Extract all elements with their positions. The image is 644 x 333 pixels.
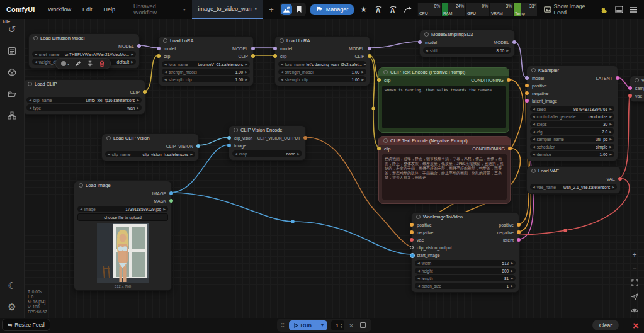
collapse-dot[interactable]: [163, 38, 167, 43]
upload-button[interactable]: choose file to upload: [77, 213, 168, 221]
collapse-dot[interactable]: [106, 136, 111, 140]
input-slot-vae[interactable]: [410, 238, 414, 242]
output-slot-latent[interactable]: [517, 238, 521, 242]
output-slot-clip-vision-output[interactable]: [303, 136, 307, 140]
decrement-icon[interactable]: ◀: [533, 107, 535, 111]
input-slot-negative[interactable]: [410, 230, 414, 234]
fit-view-icon[interactable]: [630, 278, 639, 287]
decrement-icon[interactable]: ◀: [281, 70, 283, 74]
decrement-icon[interactable]: ◀: [533, 185, 535, 189]
decrement-icon[interactable]: ◀: [533, 152, 535, 156]
decrement-icon[interactable]: ◀: [533, 145, 535, 149]
node-canvas[interactable]: Idle T: 0.00sI: 0 N: 16 [14]V: 108 FPS:6…: [0, 0, 644, 333]
node-load-lora-2[interactable]: Load LoRA model MODEL clip CLIP ◀ lora_n…: [274, 36, 370, 86]
collapse-dot[interactable]: [531, 68, 536, 72]
manager-button[interactable]: Manager: [310, 4, 354, 15]
output-slot-model[interactable]: [251, 47, 255, 50]
widget-clip-name[interactable]: ◀ clip_nameclip_vision_h.safetensors ▶: [105, 151, 195, 157]
node-clip-text-encode-positive[interactable]: CLIP Text Encode (Positive Prompt) clip …: [378, 67, 509, 133]
widget-batch-size[interactable]: ◀ batch_size1 ▶: [415, 283, 516, 289]
update-check-button[interactable]: A: [373, 4, 383, 15]
output-slot-model[interactable]: [512, 40, 516, 44]
increment-icon[interactable]: ▶: [609, 115, 612, 118]
output-slot-clip[interactable]: [143, 90, 147, 94]
collapse-dot[interactable]: [383, 138, 388, 143]
widget-lora-name[interactable]: ◀ lora_namebounceV_01.safetensors ▶: [162, 61, 250, 67]
input-slot-clip-vision[interactable]: [227, 136, 231, 140]
widget-length[interactable]: ◀ length81 ▶: [415, 275, 516, 281]
tab-unsaved-workflow[interactable]: Unsaved Workflow●: [127, 0, 191, 19]
collapse-dot[interactable]: [28, 82, 32, 86]
stop-button[interactable]: [360, 322, 366, 328]
increment-icon[interactable]: ▶: [190, 152, 193, 156]
star-button[interactable]: ★: [358, 4, 368, 15]
run-options-dropdown[interactable]: ▾: [317, 320, 327, 330]
increment-icon[interactable]: ▶: [245, 77, 247, 81]
node-load-clip-vision[interactable]: Load CLIP Vision CLIP_VISION ◀ clip_name…: [101, 133, 199, 161]
decrement-icon[interactable]: ◀: [533, 115, 535, 118]
graph-view-button[interactable]: [281, 4, 292, 15]
decrement-icon[interactable]: ◀: [164, 77, 167, 81]
decrement-icon[interactable]: ◀: [164, 70, 167, 74]
widget-height[interactable]: ◀ height800 ▶: [415, 268, 516, 274]
settings-button[interactable]: ⚙: [0, 296, 24, 318]
increment-icon[interactable]: ▶: [163, 207, 166, 211]
widget-cfg[interactable]: ◀ cfg7.0 ▶: [530, 128, 614, 135]
decrement-icon[interactable]: ◀: [281, 62, 283, 66]
node-map-button[interactable]: [0, 104, 24, 126]
output-slot-conditioning[interactable]: [507, 78, 511, 82]
node-color-button[interactable]: ▾: [61, 61, 69, 66]
menu-edit[interactable]: Edit: [77, 0, 98, 19]
widget-strength-model[interactable]: ◀ strength_model1.00 ▶: [162, 69, 250, 75]
increment-icon[interactable]: ▶: [361, 77, 364, 81]
decrement-icon[interactable]: ◀: [417, 261, 420, 265]
widget-scheduler[interactable]: ◀ schedulersimple ▶: [530, 144, 614, 150]
increment-icon[interactable]: ▶: [245, 70, 247, 74]
output-slot-negative[interactable]: [517, 230, 521, 234]
collapse-dot[interactable]: [383, 70, 388, 74]
output-slot-vae[interactable]: [618, 177, 622, 181]
input-slot-positive[interactable]: [525, 84, 529, 87]
node-load-vae[interactable]: Load VAE VAE ◀ vae_namewan_2.1_vae.safet…: [526, 166, 621, 194]
collapse-dot[interactable]: [33, 36, 38, 40]
pin-icon[interactable]: [87, 60, 93, 67]
tab-image-to-video-wan[interactable]: image_to_video_wan●: [192, 0, 264, 19]
decrement-icon[interactable]: ◀: [417, 269, 420, 273]
batch-count-input[interactable]: 1 ▴▾: [331, 320, 344, 330]
widget-denoise[interactable]: ◀ denoise1.00 ▶: [530, 151, 614, 157]
increment-icon[interactable]: ▶: [609, 122, 612, 126]
decrement-icon[interactable]: ◀: [417, 276, 420, 280]
theme-toggle-button[interactable]: ☾: [0, 275, 24, 296]
increment-icon[interactable]: ▶: [511, 261, 513, 265]
input-slot-samples[interactable]: [628, 86, 632, 90]
input-slot-image[interactable]: [227, 144, 231, 147]
input-slot-clip[interactable]: [377, 147, 381, 150]
increment-icon[interactable]: ▶: [511, 276, 513, 280]
batch-count-spinner[interactable]: ▴▾: [341, 323, 342, 328]
increment-icon[interactable]: ▶: [609, 152, 612, 156]
update-all-button[interactable]: A: [388, 4, 398, 15]
run-button[interactable]: Run: [289, 320, 317, 330]
hamburger-menu-button[interactable]: [629, 4, 639, 15]
widget-sampler-name[interactable]: ◀ sampler_nameuni_pc ▶: [530, 136, 614, 142]
widget-unet-name[interactable]: ◀ unet_nameonTHEFLYWanAIWan21VideoMo... …: [32, 51, 136, 57]
show-image-feed-button[interactable]: Show Image Feed: [541, 3, 609, 16]
node-model-sampling-sd3[interactable]: ModelSamplingSD3 model MODEL ◀ shift8.00…: [419, 30, 515, 57]
increment-icon[interactable]: ▶: [609, 145, 612, 149]
output-slot-model[interactable]: [137, 44, 141, 48]
edit-pen-icon[interactable]: [75, 60, 81, 67]
input-slot-latent-image[interactable]: [525, 99, 529, 103]
node-library-button[interactable]: [0, 40, 24, 62]
node-clip-vision-encode[interactable]: CLIP Vision Encode clip_vision CLIP_VISI…: [229, 125, 306, 161]
widget-vae-name[interactable]: ◀ vae_namewan_2.1_vae.safetensors ▶: [530, 184, 617, 190]
increment-icon[interactable]: ▶: [609, 130, 612, 133]
decrement-icon[interactable]: ◀: [533, 122, 535, 126]
collapse-dot[interactable]: [531, 169, 536, 173]
clear-button[interactable]: Clear: [592, 320, 619, 330]
widget-lora-name[interactable]: ◀ lora_namelet's dancing_wan_i2v2.safet.…: [278, 61, 366, 67]
output-slot-model[interactable]: [368, 47, 371, 50]
widget-clip-name[interactable]: ◀ clip_nameumt5_xxl_fp16.safetensors ▶: [26, 97, 142, 103]
drag-handle[interactable]: ⠿: [281, 322, 285, 329]
increment-icon[interactable]: ▶: [131, 60, 133, 64]
workflows-button[interactable]: [0, 83, 24, 104]
